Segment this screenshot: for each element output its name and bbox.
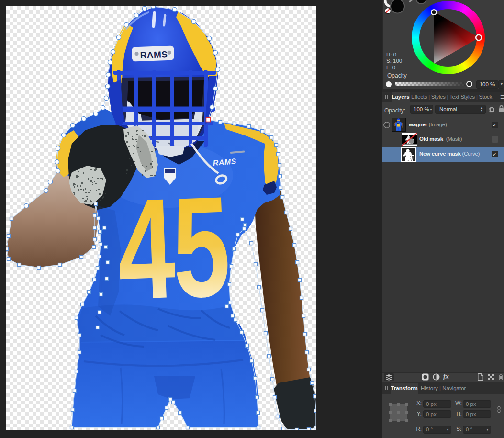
svg-text:45: 45 [115,166,230,329]
svg-text:RAMS: RAMS [140,49,168,60]
